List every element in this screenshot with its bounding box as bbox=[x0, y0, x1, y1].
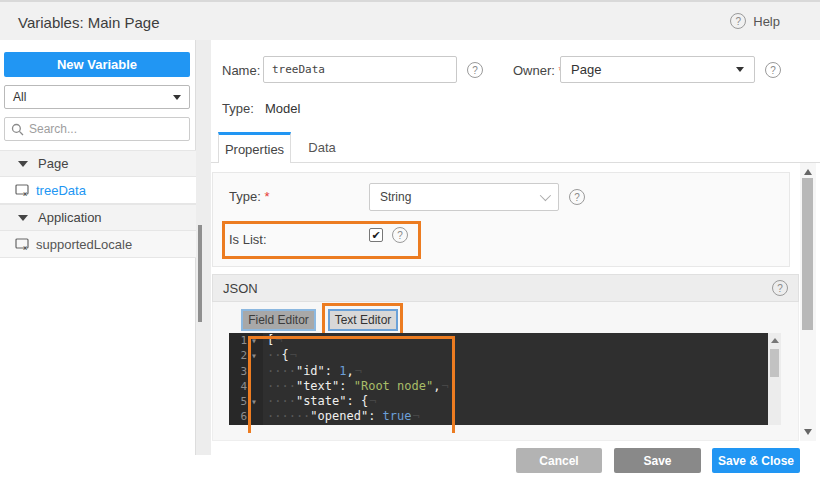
json-section-title: JSON bbox=[223, 281, 258, 296]
json-help-icon[interactable] bbox=[772, 280, 788, 296]
sidebar-scrollbar[interactable] bbox=[196, 40, 211, 455]
tree-item-label: treeData bbox=[36, 183, 86, 198]
help-icon bbox=[730, 13, 746, 29]
tree-group-label: Application bbox=[38, 210, 102, 225]
scroll-down-icon[interactable] bbox=[804, 429, 812, 435]
json-section-header: JSON bbox=[212, 274, 799, 302]
save-and-close-button[interactable]: Save & Close bbox=[712, 448, 800, 473]
filter-dropdown[interactable]: All bbox=[4, 85, 190, 109]
owner-label: Owner: * bbox=[513, 63, 564, 78]
fold-triangle-icon: ▾ bbox=[247, 394, 261, 409]
sidebar-scrollbar-thumb[interactable] bbox=[198, 225, 202, 322]
search-input[interactable]: Search... bbox=[4, 117, 190, 141]
gutter-line[interactable]: 3 bbox=[229, 364, 263, 379]
fold-triangle-icon: ▾ bbox=[247, 348, 261, 363]
text-editor-button[interactable]: Text Editor bbox=[328, 309, 398, 331]
is-list-checkbox[interactable] bbox=[369, 228, 383, 242]
editor-scrollbar-thumb[interactable] bbox=[770, 349, 779, 377]
tree-group-label: Page bbox=[38, 156, 68, 171]
variables-sidebar: New Variable All Search... Page x bbox=[0, 40, 196, 455]
save-button[interactable]: Save bbox=[614, 448, 701, 473]
code-line[interactable]: ······"opened": true¬ bbox=[267, 409, 768, 424]
code-line[interactable]: ····"text": "Root node",¬ bbox=[267, 379, 768, 394]
type-select[interactable]: String bbox=[369, 183, 559, 211]
gutter-line[interactable]: 4 bbox=[229, 379, 263, 394]
required-marker: * bbox=[264, 189, 269, 204]
type-value: Model bbox=[265, 101, 300, 116]
content-scrollbar-thumb[interactable] bbox=[802, 178, 813, 330]
gutter-line[interactable]: 5▾ bbox=[229, 394, 263, 409]
name-label: Name: * bbox=[222, 63, 269, 78]
filter-dropdown-value: All bbox=[13, 90, 26, 104]
tree-item-supportedlocale[interactable]: x supportedLocale bbox=[0, 231, 196, 258]
tab-strip: Properties Data bbox=[211, 132, 820, 163]
help-label: Help bbox=[753, 14, 780, 29]
content-scrollbar[interactable] bbox=[800, 163, 816, 441]
collapse-triangle-icon bbox=[18, 161, 28, 167]
gutter-line[interactable]: 6 bbox=[229, 409, 263, 424]
tree-item-treedata[interactable]: x treeData bbox=[0, 177, 196, 204]
properties-panel: Type: * String Is List: bbox=[212, 172, 790, 267]
owner-dropdown-value: Page bbox=[571, 62, 601, 77]
code-line[interactable]: ····"id": 1,¬ bbox=[267, 364, 768, 379]
gutter-line[interactable]: 2▾ bbox=[229, 348, 263, 363]
variable-detail-panel: Name: * Owner: * Page Type: Model Proper… bbox=[211, 40, 820, 455]
json-code-editor[interactable]: 1▾2▾345▾6 [¬··{¬····"id": 1,¬····"text":… bbox=[229, 333, 768, 425]
owner-dropdown[interactable]: Page bbox=[560, 56, 755, 83]
collapse-triangle-icon bbox=[18, 215, 28, 221]
tree-item-label: supportedLocale bbox=[36, 237, 132, 252]
code-gutter: 1▾2▾345▾6 bbox=[229, 333, 263, 425]
dialog-header: Variables: Main Page Help bbox=[0, 0, 820, 40]
fold-triangle-icon: ▾ bbox=[247, 333, 261, 348]
tree-group-application[interactable]: Application bbox=[0, 204, 196, 231]
type-label: Type: bbox=[222, 101, 254, 116]
tab-properties[interactable]: Properties bbox=[218, 132, 291, 163]
scroll-up-icon[interactable] bbox=[804, 169, 812, 175]
variable-icon: x bbox=[15, 184, 30, 197]
page-title: Variables: Main Page bbox=[18, 14, 159, 31]
chevron-down-icon bbox=[540, 190, 551, 201]
new-variable-button[interactable]: New Variable bbox=[4, 52, 190, 77]
field-editor-button[interactable]: Field Editor bbox=[241, 309, 316, 331]
is-list-help-icon[interactable] bbox=[392, 227, 408, 243]
cancel-button[interactable]: Cancel bbox=[516, 448, 602, 473]
tab-data[interactable]: Data bbox=[291, 132, 353, 163]
tree-group-page[interactable]: Page bbox=[0, 150, 196, 177]
svg-text:x: x bbox=[23, 190, 27, 197]
owner-help-icon[interactable] bbox=[765, 62, 781, 78]
code-line[interactable]: ····"state": {¬ bbox=[267, 394, 768, 409]
help-link[interactable]: Help bbox=[730, 13, 780, 29]
properties-type-label: Type: * bbox=[229, 189, 269, 204]
chevron-down-icon bbox=[736, 67, 744, 72]
variables-dialog: Variables: Main Page Help New Variable A… bbox=[0, 0, 820, 490]
code-lines[interactable]: [¬··{¬····"id": 1,¬····"text": "Root nod… bbox=[263, 333, 768, 425]
is-list-label: Is List: bbox=[229, 232, 267, 247]
type-help-icon[interactable] bbox=[569, 189, 585, 205]
editor-scrollbar[interactable] bbox=[768, 333, 781, 425]
search-placeholder: Search... bbox=[29, 122, 77, 136]
search-icon bbox=[11, 123, 24, 136]
gutter-line[interactable]: 1▾ bbox=[229, 333, 263, 348]
code-line[interactable]: [¬ bbox=[267, 333, 768, 348]
name-help-icon[interactable] bbox=[467, 62, 483, 78]
scroll-up-icon[interactable] bbox=[771, 338, 779, 343]
json-editor-panel: Field Editor Text Editor 1▾2▾345▾6 [¬··{… bbox=[212, 302, 799, 441]
variables-tree: Page x treeData Application bbox=[0, 150, 196, 258]
chevron-down-icon bbox=[173, 95, 181, 100]
name-input[interactable] bbox=[263, 56, 457, 83]
svg-text:x: x bbox=[23, 244, 27, 251]
variable-icon: x bbox=[15, 238, 30, 251]
code-line[interactable]: ··{¬ bbox=[267, 348, 768, 363]
type-select-value: String bbox=[380, 190, 411, 204]
